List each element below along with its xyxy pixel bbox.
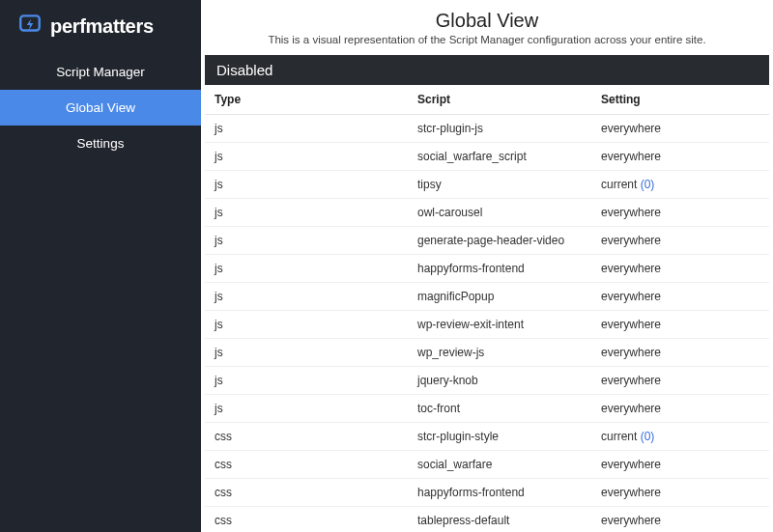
cell-script: wp_review-js: [408, 339, 591, 367]
cell-script: magnificPopup: [408, 283, 591, 311]
table-row: jsgenerate-page-header-videoeverywhere: [205, 227, 769, 255]
table-row: jshappyforms-frontendeverywhere: [205, 255, 769, 283]
table-body: jsstcr-plugin-jseverywhere jssocial_warf…: [205, 115, 769, 533]
cell-type: js: [205, 199, 408, 227]
cell-setting: everywhere: [591, 507, 769, 533]
cell-type: js: [205, 311, 408, 339]
cell-setting: everywhere: [591, 451, 769, 479]
cell-script: stcr-plugin-style: [408, 423, 591, 451]
table-row: jsmagnificPopupeverywhere: [205, 283, 769, 311]
section-disabled-header: Disabled: [205, 55, 769, 85]
table-row: jsstcr-plugin-jseverywhere: [205, 115, 769, 143]
table-row: jsjquery-knobeverywhere: [205, 367, 769, 395]
cell-setting: current (0): [591, 423, 769, 451]
cell-type: js: [205, 115, 408, 143]
page-title: Global View: [201, 10, 773, 32]
table-row: jstipsycurrent (0): [205, 171, 769, 199]
page-subtitle: This is a visual representation of the S…: [201, 34, 773, 45]
cell-script: social_warfare: [408, 451, 591, 479]
cell-type: css: [205, 423, 408, 451]
brand-name: perfmatters: [50, 15, 154, 38]
cell-type: css: [205, 451, 408, 479]
setting-count-link[interactable]: (0): [641, 178, 655, 191]
cell-script: tablepress-default: [408, 507, 591, 533]
cell-setting: everywhere: [591, 479, 769, 507]
cell-setting: current (0): [591, 171, 769, 199]
cell-script: happyforms-frontend: [408, 479, 591, 507]
col-script: Script: [408, 85, 591, 115]
cell-setting: everywhere: [591, 115, 769, 143]
sidebar-item-script-manager[interactable]: Script Manager: [0, 54, 201, 90]
cell-type: js: [205, 395, 408, 423]
cell-type: js: [205, 255, 408, 283]
cell-setting: everywhere: [591, 339, 769, 367]
cell-type: js: [205, 283, 408, 311]
col-setting: Setting: [591, 85, 769, 115]
cell-setting: everywhere: [591, 395, 769, 423]
cell-script: tipsy: [408, 171, 591, 199]
cell-script: happyforms-frontend: [408, 255, 591, 283]
cell-type: js: [205, 339, 408, 367]
page-header: Global View This is a visual representat…: [201, 0, 773, 51]
app-root: perfmatters Script ManagerGlobal ViewSet…: [0, 0, 773, 532]
cell-type: css: [205, 507, 408, 533]
table-row: jssocial_warfare_scripteverywhere: [205, 143, 769, 171]
col-type: Type: [205, 85, 408, 115]
cell-script: owl-carousel: [408, 199, 591, 227]
cell-script: social_warfare_script: [408, 143, 591, 171]
brand-logo: perfmatters: [0, 0, 201, 54]
sidebar: perfmatters Script ManagerGlobal ViewSet…: [0, 0, 201, 532]
sidebar-item-global-view[interactable]: Global View: [0, 90, 201, 126]
table-row: jsowl-carouseleverywhere: [205, 199, 769, 227]
cell-script: wp-review-exit-intent: [408, 311, 591, 339]
bolt-icon: [17, 12, 43, 41]
table-scroll[interactable]: Type Script Setting jsstcr-plugin-jsever…: [205, 85, 769, 532]
table-row: csssocial_warfareeverywhere: [205, 451, 769, 479]
cell-setting: everywhere: [591, 255, 769, 283]
cell-setting: everywhere: [591, 227, 769, 255]
cell-setting: everywhere: [591, 367, 769, 395]
table-row: jstoc-fronteverywhere: [205, 395, 769, 423]
sidebar-item-settings[interactable]: Settings: [0, 126, 201, 161]
cell-type: js: [205, 171, 408, 199]
cell-script: generate-page-header-video: [408, 227, 591, 255]
setting-count-link[interactable]: (0): [641, 430, 655, 443]
cell-script: stcr-plugin-js: [408, 115, 591, 143]
cell-setting: everywhere: [591, 283, 769, 311]
sidebar-nav: Script ManagerGlobal ViewSettings: [0, 54, 201, 161]
cell-script: toc-front: [408, 395, 591, 423]
table-row: cssstcr-plugin-stylecurrent (0): [205, 423, 769, 451]
cell-setting: everywhere: [591, 143, 769, 171]
table-row: jswp_review-jseverywhere: [205, 339, 769, 367]
cell-type: js: [205, 367, 408, 395]
cell-type: css: [205, 479, 408, 507]
cell-setting: everywhere: [591, 199, 769, 227]
table-row: csstablepress-defaulteverywhere: [205, 507, 769, 533]
cell-type: js: [205, 227, 408, 255]
cell-type: js: [205, 143, 408, 171]
cell-script: jquery-knob: [408, 367, 591, 395]
table-row: jswp-review-exit-intenteverywhere: [205, 311, 769, 339]
table-header-row: Type Script Setting: [205, 85, 769, 115]
cell-setting: everywhere: [591, 311, 769, 339]
table-row: csshappyforms-frontendeverywhere: [205, 479, 769, 507]
disabled-scripts-table: Type Script Setting jsstcr-plugin-jsever…: [205, 85, 769, 532]
main-panel: Global View This is a visual representat…: [201, 0, 773, 532]
